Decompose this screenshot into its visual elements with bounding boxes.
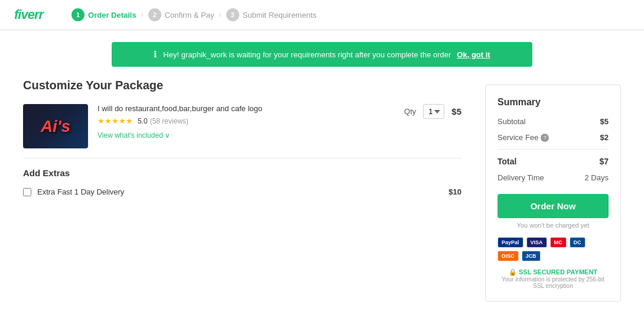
delivery-value: 2 Days: [585, 173, 609, 182]
package-price: $5: [451, 106, 461, 116]
service-fee-label: Service Fee ?: [497, 133, 549, 142]
extra-checkbox-0[interactable]: [23, 188, 31, 196]
delivery-label: Delivery Time: [497, 173, 544, 182]
step-1-label: Order Details: [88, 11, 136, 20]
fiverr-logo: fiverr: [14, 7, 43, 22]
total-value: $7: [599, 157, 609, 166]
jcb-badge: JCB: [522, 251, 541, 261]
ssl-info: 🔒 SSL SECURED PAYMENT Your information i…: [497, 268, 609, 289]
step-3-label: Submit Requirements: [243, 11, 317, 20]
view-included-link[interactable]: View what's included ∨: [97, 131, 170, 140]
right-panel: Summary Subtotal $5 Service Fee ? $2 Tot…: [485, 79, 621, 302]
step-3-circle: 3: [226, 8, 239, 21]
step-3[interactable]: 3 Submit Requirements: [226, 8, 317, 21]
ssl-label: 🔒 SSL SECURED PAYMENT: [497, 268, 609, 276]
subtotal-line: Subtotal $5: [497, 117, 609, 126]
package-info: I will do restaurant,food,bar,burger and…: [97, 104, 395, 140]
discover-badge: DISC: [497, 251, 519, 261]
mastercard-badge: MC: [550, 237, 567, 248]
visa-badge: VISA: [526, 237, 547, 248]
header: fiverr 1 Order Details › 2 Confirm & Pay…: [0, 0, 644, 30]
not-charged-text: You won't be charged yet: [497, 222, 609, 229]
package-row: Ai's I will do restaurant,food,bar,burge…: [23, 104, 461, 148]
breadcrumb: 1 Order Details › 2 Confirm & Pay › 3 Su…: [71, 8, 316, 21]
extra-label-0: Extra Fast 1 Day Delivery: [37, 187, 443, 196]
step-2-label: Confirm & Pay: [165, 11, 214, 20]
review-count: (58 reviews): [150, 117, 188, 125]
step-2-circle: 2: [148, 8, 161, 21]
step-2[interactable]: 2 Confirm & Pay: [148, 8, 214, 21]
logo-art: Ai's: [41, 117, 70, 136]
qty-price-container: Qty 1 2 3 $5: [404, 104, 461, 119]
package-title: I will do restaurant,food,bar,burger and…: [97, 104, 395, 113]
lock-icon: 🔒: [509, 268, 517, 276]
ssl-sub-text: Your information is protected by 256-bit…: [497, 276, 609, 289]
payment-icons: PayPal VISA MC DC DISC JCB: [497, 237, 609, 261]
left-panel: Customize Your Package Ai's I will do re…: [23, 79, 461, 302]
arrow-2: ›: [219, 11, 222, 19]
package-image: Ai's: [23, 104, 88, 148]
section-title: Customize Your Package: [23, 79, 461, 92]
service-fee-line: Service Fee ? $2: [497, 133, 609, 142]
delivery-line: Delivery Time 2 Days: [497, 173, 609, 182]
service-fee-help-icon[interactable]: ?: [541, 134, 549, 142]
main-container: Customize Your Package Ai's I will do re…: [9, 79, 635, 324]
paypal-badge: PayPal: [497, 237, 523, 248]
total-label: Total: [497, 157, 516, 166]
add-extras-section: Add Extras Extra Fast 1 Day Delivery $10: [23, 168, 461, 196]
summary-card: Summary Subtotal $5 Service Fee ? $2 Tot…: [485, 85, 621, 302]
rating-value: 5.0: [138, 117, 148, 125]
info-banner: ℹ Hey! graphik_work is waiting for your …: [112, 42, 532, 67]
summary-title: Summary: [497, 97, 609, 108]
package-image-inner: Ai's: [23, 104, 88, 148]
extra-row-0: Extra Fast 1 Day Delivery $10: [23, 187, 461, 196]
divider-1: [23, 158, 461, 158]
arrow-1: ›: [141, 11, 144, 19]
banner-action-link[interactable]: Ok, got it: [457, 50, 490, 59]
qty-label: Qty: [404, 107, 416, 116]
extra-price-0: $10: [448, 187, 461, 196]
total-line: Total $7: [497, 149, 609, 166]
step-1-circle: 1: [71, 8, 84, 21]
add-extras-title: Add Extras: [23, 168, 461, 178]
info-icon: ℹ: [154, 49, 157, 60]
qty-select[interactable]: 1 2 3: [423, 104, 444, 119]
star-icons: ★★★★★: [97, 116, 133, 125]
subtotal-value: $5: [600, 117, 609, 126]
service-fee-value: $2: [600, 133, 609, 142]
subtotal-label: Subtotal: [497, 117, 526, 126]
step-1[interactable]: 1 Order Details: [71, 8, 136, 21]
order-now-button[interactable]: Order Now: [497, 194, 609, 218]
banner-message: Hey! graphik_work is waiting for your re…: [163, 50, 451, 59]
diners-badge: DC: [570, 237, 586, 248]
